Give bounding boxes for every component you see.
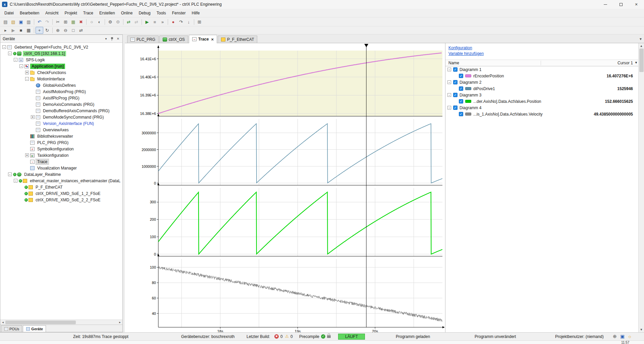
scroll-down-icon[interactable]: ▼	[639, 327, 644, 332]
tree-item[interactable]: ~Trace	[0, 158, 122, 165]
tree-item[interactable]: AxisIfPlcProg (PRG)	[0, 95, 122, 101]
zoom-in-button[interactable]: ⊕	[54, 27, 62, 34]
paste-button[interactable]: ▦	[69, 18, 77, 25]
tree-item[interactable]: -Application [run]	[0, 63, 122, 69]
scroll-left-icon[interactable]: ◂	[0, 320, 5, 325]
menu-erstellen[interactable]: Erstellen	[96, 9, 118, 17]
tree-item[interactable]: Version_AxisInterface (FUN)	[0, 120, 122, 127]
hscroll-thumb[interactable]	[5, 321, 76, 324]
minimize-button[interactable]	[598, 0, 613, 9]
start-button[interactable]: ▶	[143, 18, 151, 25]
tree-item[interactable]: DemoBufferedAxisCommands (PRG)	[0, 108, 122, 114]
new-project-button[interactable]: ▤	[2, 18, 9, 25]
variable-row[interactable]: ✓...der.AxisNo].Data.ActValues.Position1…	[445, 98, 638, 105]
scroll-right-icon[interactable]: ▸	[117, 320, 122, 325]
tree-item[interactable]: GlobalAxisDefines	[0, 82, 122, 88]
scroll-up-icon[interactable]: ▲	[639, 43, 644, 49]
variable-checkbox[interactable]: ✓	[459, 74, 463, 78]
vscroll-thumb[interactable]	[639, 49, 644, 72]
login-button[interactable]: ⇄	[125, 18, 132, 25]
tree-item[interactable]: -Gebertest_Pepperl+Fuchs_PLC_3V6_V2	[0, 44, 122, 50]
tree-item[interactable]: -MotionInterface	[0, 76, 122, 82]
diagram-group-row[interactable]: -✓Diagramm 4	[445, 105, 638, 111]
print-button[interactable]: ▥	[25, 18, 33, 25]
menu-tools[interactable]: Tools	[154, 9, 169, 17]
menu-debug[interactable]: Debug	[136, 9, 153, 17]
network-globe-icon[interactable]: ⊕	[613, 334, 617, 339]
tree-expander-icon[interactable]: -	[14, 58, 17, 62]
tab-ctrlx_os[interactable]: ctrlX_OS	[159, 36, 188, 43]
tree-item[interactable]: P_F_EtherCAT	[0, 184, 122, 190]
diagram-checkbox[interactable]: ✓	[453, 67, 458, 72]
diagram-checkbox[interactable]: ✓	[453, 93, 458, 97]
variable-checkbox[interactable]: ✓	[459, 99, 463, 104]
close-panel-button[interactable]: ✕	[115, 36, 121, 42]
devices-hscrollbar[interactable]: ◂ ▸	[0, 320, 122, 325]
tree-item[interactable]: -ethercat_master_instances_ethercatmaste…	[0, 178, 122, 184]
maximize-button[interactable]	[613, 0, 629, 9]
autofit-button[interactable]: □	[69, 27, 77, 34]
tree-expander-icon[interactable]: -	[2, 45, 6, 49]
diagram-group-row[interactable]: -✓Diagramm 2	[445, 79, 638, 85]
hscroll-track[interactable]	[5, 320, 117, 325]
panel-dropdown-button[interactable]: ▾	[103, 36, 109, 42]
theme-sun-icon[interactable]: ☼	[628, 334, 632, 339]
trace-chart-svg[interactable]: 16.38E+616.39E+616.40E+616.41E+601000000…	[125, 43, 445, 332]
add-variable-link[interactable]: Variable hinzufügen	[448, 51, 484, 57]
window-layout-button[interactable]: ⊞	[196, 18, 203, 25]
delete-button[interactable]: ✖	[77, 18, 85, 25]
tree-item[interactable]: +▸Taskkonfiguration	[0, 152, 122, 158]
pin-panel-button[interactable]	[109, 36, 115, 42]
trace-reset-button[interactable]: ↻	[43, 27, 51, 34]
zoom-out-button[interactable]: ⊖	[62, 27, 69, 34]
build-button[interactable]: ⚙	[106, 18, 114, 25]
group-expander-icon[interactable]: -	[447, 93, 451, 97]
menu-fenster[interactable]: Fenster	[169, 9, 189, 17]
tree-item[interactable]: OverviewAxes	[0, 127, 122, 133]
undo-button[interactable]: ↶	[36, 18, 43, 25]
copy-button[interactable]: ⊞	[62, 18, 69, 25]
menu-ansicht[interactable]: Ansicht	[42, 9, 61, 17]
tree-item[interactable]: +DemoModeSyncCommand (PRG)	[0, 114, 122, 120]
cut-button[interactable]: ✂	[54, 18, 62, 25]
name-column-header[interactable]: Name	[445, 61, 459, 65]
tree-item[interactable]: -ctrlX_OS [192.168.1.1]	[0, 50, 122, 57]
window-mode-icon[interactable]: ▣	[620, 334, 625, 339]
tree-item[interactable]: -≡SPS-Logik	[0, 57, 122, 63]
variable-row[interactable]: ✓rEncoderPosition16.407276E+6	[445, 73, 638, 79]
trace-stop-button[interactable]: ■	[17, 27, 25, 34]
variable-row[interactable]: ✓...is_1.AxisNo].Data.ActValues.Velocity…	[445, 111, 638, 117]
trace-pointer-button[interactable]: ▸	[2, 27, 9, 34]
menu-projekt[interactable]: Projekt	[61, 9, 80, 17]
tree-expander-icon[interactable]: -	[8, 173, 12, 176]
diagram-checkbox[interactable]: ✓	[453, 80, 458, 84]
tree-item[interactable]: Bibliotheksverwalter	[0, 133, 122, 139]
group-expander-icon[interactable]: -	[447, 106, 451, 110]
vscroll-track[interactable]	[639, 49, 644, 327]
compress-button[interactable]: ⇄	[77, 27, 85, 34]
menu-bearbeiten[interactable]: Bearbeiten	[17, 9, 42, 17]
variable-checkbox[interactable]: ✓	[459, 112, 463, 116]
menu-online[interactable]: Online	[118, 9, 136, 17]
trace-grid-button[interactable]: ▦	[25, 27, 33, 34]
save-project-button[interactable]: ▣	[17, 18, 25, 25]
replace-button[interactable]: ◐	[96, 18, 103, 25]
tree-expander-icon[interactable]: -	[25, 77, 29, 81]
tab-p_f_ethercat[interactable]: P_F_EtherCAT	[218, 36, 257, 43]
variable-checkbox[interactable]: ✓	[459, 86, 463, 91]
tree-item[interactable]: +CheckFunctions	[0, 69, 122, 76]
column-separator[interactable]	[541, 61, 541, 65]
tree-expander-icon[interactable]: -	[19, 64, 23, 68]
tab-plc_prg[interactable]: PLC_PRG	[127, 36, 159, 43]
rebuild-button[interactable]: ⚙	[114, 18, 122, 25]
panel-tab-pous[interactable]: POUs	[1, 325, 22, 332]
tree-item[interactable]: AxisIfMotionProg (PRG)	[0, 88, 122, 95]
tree-expander-icon[interactable]: +	[31, 115, 35, 119]
menu-trace[interactable]: Trace	[80, 9, 96, 17]
tree-item[interactable]: DemoAxisCommands (PRG)	[0, 101, 122, 108]
diagram-group-row[interactable]: -✓Diagramm 3	[445, 92, 638, 98]
tree-expander-icon[interactable]: -	[8, 52, 12, 55]
tab-trace[interactable]: ~Trace×	[189, 35, 217, 43]
single-cycle-button[interactable]: »	[159, 18, 166, 25]
diagram-checkbox[interactable]: ✓	[453, 106, 458, 110]
